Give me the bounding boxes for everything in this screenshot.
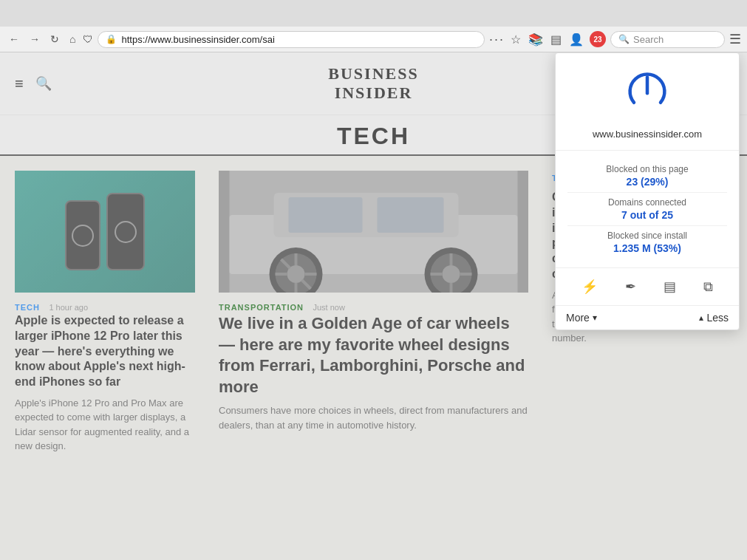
site-logo: BUSINESS INSIDER <box>328 64 418 103</box>
bookmark-icon[interactable]: ☆ <box>509 31 522 48</box>
ublock-list-button[interactable]: ▤ <box>658 276 682 298</box>
article-card-2[interactable]: TRANSPORTATION Just now We live in a Gol… <box>207 171 540 454</box>
site-hamburger[interactable]: ≡ <box>15 75 24 92</box>
less-label: Less <box>706 312 729 324</box>
article-image-car <box>219 171 528 293</box>
article-image-iphone <box>15 171 195 293</box>
blocked-page-label: Blocked on this page <box>606 164 688 174</box>
iphone-mockup <box>65 193 145 270</box>
article-1-title: Apple is expected to release a larger iP… <box>15 313 195 390</box>
stat-since-install: Blocked since install 1.235 M (53%) <box>567 226 727 259</box>
reader-icon[interactable]: ▤ <box>549 31 563 48</box>
iphone-body-2 <box>106 193 145 270</box>
article-2-category: TRANSPORTATION <box>219 303 304 312</box>
ublock-header: www.businessinsider.com <box>556 53 739 151</box>
article-card-1[interactable]: TECH 1 hour ago Apple is expected to rel… <box>15 171 207 454</box>
article-2-time: Just now <box>313 303 344 312</box>
since-install-label: Blocked since install <box>607 231 687 241</box>
ublock-count: 23 <box>593 35 601 44</box>
article-1-excerpt: Apple's iPhone 12 Pro and Pro Max are ex… <box>15 396 195 454</box>
page-content: ≡ 🔍 BUSINESS INSIDER TECH TECH 1 hour ag… <box>0 52 747 560</box>
sliders-icon: ⧉ <box>703 279 713 294</box>
url-bar[interactable]: 🔒 https://www.businessinsider.com/sai <box>98 31 485 48</box>
shield-icon: 🛡 <box>83 33 93 45</box>
url-text: https://www.businessinsider.com/sai <box>121 34 477 45</box>
power-svg <box>621 68 674 121</box>
ublock-stats: Blocked on this page 23 (29%) Domains co… <box>556 151 739 268</box>
article-2-excerpt: Consumers have more choices in wheels, d… <box>219 403 528 432</box>
site-search-icon[interactable]: 🔍 <box>35 75 52 92</box>
chevron-up-icon: ▴ <box>699 313 703 323</box>
ublock-button[interactable]: 23 <box>590 31 606 47</box>
list-icon: ▤ <box>664 279 676 294</box>
svg-point-16 <box>443 265 460 283</box>
article-2-title: We live in a Golden Age of car wheels — … <box>219 313 528 397</box>
lightning-icon: ⚡ <box>581 279 598 294</box>
blocked-page-value: 23 (29%) <box>627 176 669 188</box>
since-install-value: 1.235 M (53%) <box>613 242 681 254</box>
search-bar[interactable]: 🔍 Search <box>610 31 725 48</box>
refresh-button[interactable]: ↻ <box>47 32 62 47</box>
ublock-footer: More ▾ ▴ Less <box>556 306 739 329</box>
svg-rect-4 <box>378 197 444 233</box>
article-1-time: 1 hour ago <box>49 303 88 312</box>
car-wheel-svg <box>219 171 528 293</box>
domains-value: 7 out of 25 <box>621 209 673 221</box>
home-button[interactable]: ⌂ <box>66 32 78 47</box>
search-placeholder: Search <box>633 34 664 45</box>
nav-bar: ← → ↻ ⌂ 🛡 🔒 https://www.businessinsider.… <box>0 27 747 52</box>
back-button[interactable]: ← <box>6 32 22 47</box>
domains-label: Domains connected <box>608 197 686 208</box>
ublock-domain: www.businessinsider.com <box>570 129 724 140</box>
ublock-power-icon[interactable] <box>570 68 724 121</box>
ublock-popup: www.businessinsider.com Blocked on this … <box>555 52 740 330</box>
forward-button[interactable]: → <box>27 32 43 47</box>
lock-icon: 🔒 <box>106 34 117 44</box>
chevron-down-icon: ▾ <box>593 313 597 323</box>
article-1-category: TECH <box>15 303 40 312</box>
ublock-lightning-button[interactable]: ⚡ <box>576 276 604 298</box>
ublock-action-icons: ⚡ ✒ ▤ ⧉ <box>556 268 739 306</box>
browser-menu-button[interactable]: ☰ <box>729 31 741 47</box>
library-icon[interactable]: 📚 <box>527 31 545 48</box>
browser-chrome: ← → ↻ ⌂ 🛡 🔒 https://www.businessinsider.… <box>0 0 747 52</box>
more-label: More <box>566 312 590 324</box>
menu-dots-button[interactable]: ··· <box>489 32 505 47</box>
ublock-sliders-button[interactable]: ⧉ <box>697 276 719 298</box>
account-icon[interactable]: 👤 <box>567 31 585 48</box>
svg-rect-3 <box>289 197 363 233</box>
site-nav-left: ≡ 🔍 <box>15 75 52 92</box>
eyedropper-icon: ✒ <box>625 279 636 294</box>
tab-bar <box>0 0 747 27</box>
ublock-eyedropper-button[interactable]: ✒ <box>619 276 642 298</box>
stat-domains: Domains connected 7 out of 25 <box>567 193 727 226</box>
stat-blocked-page: Blocked on this page 23 (29%) <box>567 160 727 193</box>
search-icon: 🔍 <box>618 34 630 44</box>
more-button[interactable]: More ▾ <box>566 312 597 324</box>
iphone-body-1 <box>65 200 100 270</box>
less-button[interactable]: ▴ Less <box>699 312 729 324</box>
